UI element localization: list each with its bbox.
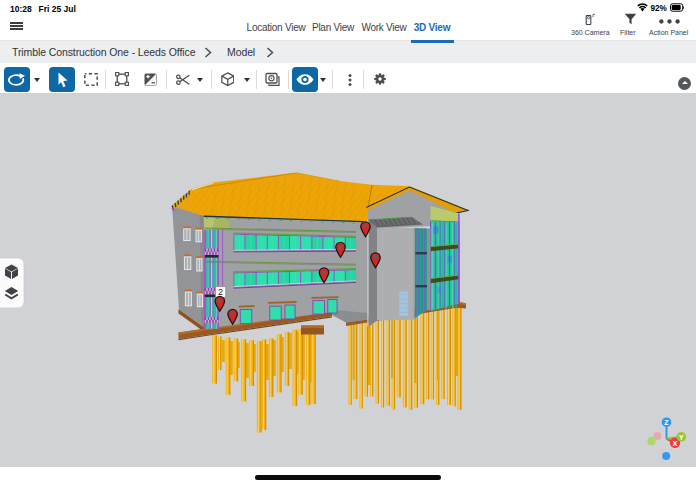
svg-text:X: X: [672, 439, 677, 448]
svg-text:2: 2: [218, 287, 223, 297]
svg-text:Y: Y: [679, 434, 684, 441]
svg-text:Z: Z: [664, 419, 669, 426]
svg-text:92%: 92%: [651, 4, 668, 13]
